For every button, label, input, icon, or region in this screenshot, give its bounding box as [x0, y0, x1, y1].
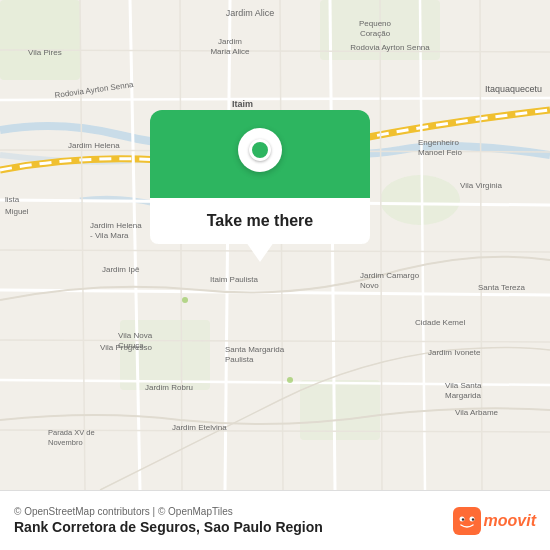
- svg-text:Jardim Robru: Jardim Robru: [145, 383, 193, 392]
- svg-text:Santa Margarida: Santa Margarida: [225, 345, 285, 354]
- svg-text:Paulista: Paulista: [225, 355, 254, 364]
- svg-text:- Vila Mara: - Vila Mara: [90, 231, 129, 240]
- location-pin-icon: [238, 128, 282, 172]
- svg-text:Vila Nova: Vila Nova: [118, 331, 153, 340]
- svg-text:Itaquaquecetu: Itaquaquecetu: [485, 84, 542, 94]
- moovit-brand-text: moovit: [484, 512, 536, 530]
- svg-text:Manoel Feio: Manoel Feio: [418, 148, 463, 157]
- svg-text:lista: lista: [5, 195, 20, 204]
- svg-text:Itaim: Itaim: [232, 99, 253, 109]
- svg-point-62: [182, 297, 188, 303]
- svg-text:Jardim Helena: Jardim Helena: [90, 221, 142, 230]
- svg-text:Vila Santa: Vila Santa: [445, 381, 482, 390]
- svg-text:Margarida: Margarida: [445, 391, 482, 400]
- map-view[interactable]: Jardim Alice Pequeno Coração Rodovia Ayr…: [0, 0, 550, 490]
- svg-rect-1: [0, 0, 80, 80]
- svg-text:Novembro: Novembro: [48, 438, 83, 447]
- svg-point-5: [380, 175, 460, 225]
- svg-text:Engenheiro: Engenheiro: [418, 138, 459, 147]
- svg-text:Vila Arbame: Vila Arbame: [455, 408, 499, 417]
- svg-text:Maria Alice: Maria Alice: [210, 47, 250, 56]
- svg-point-61: [287, 377, 293, 383]
- svg-point-67: [471, 518, 473, 520]
- svg-text:Parada XV de: Parada XV de: [48, 428, 95, 437]
- svg-text:Jardim Alice: Jardim Alice: [226, 8, 275, 18]
- svg-text:Itaim Paulista: Itaim Paulista: [210, 275, 259, 284]
- svg-text:Jardim Camargo: Jardim Camargo: [360, 271, 420, 280]
- svg-text:Novo: Novo: [360, 281, 379, 290]
- svg-text:Jardim Etelvina: Jardim Etelvina: [172, 423, 227, 432]
- svg-text:Jardim Ipê: Jardim Ipê: [102, 265, 140, 274]
- svg-text:Cidade Kemel: Cidade Kemel: [415, 318, 465, 327]
- svg-text:Jardim Ivonete: Jardim Ivonete: [428, 348, 481, 357]
- take-me-there-button[interactable]: Take me there: [150, 198, 370, 244]
- popup-card: Take me there: [150, 110, 370, 244]
- moovit-logo: moovit: [453, 507, 536, 535]
- svg-text:Jardim: Jardim: [218, 37, 242, 46]
- moovit-mascot-icon: [453, 507, 481, 535]
- svg-text:Pequeno: Pequeno: [359, 19, 392, 28]
- svg-point-66: [461, 518, 463, 520]
- bottom-bar: © OpenStreetMap contributors | © OpenMap…: [0, 490, 550, 550]
- svg-text:Jardim Helena: Jardim Helena: [68, 141, 120, 150]
- svg-text:Santa Tereza: Santa Tereza: [478, 283, 526, 292]
- svg-text:Vila Progresso: Vila Progresso: [100, 343, 152, 352]
- svg-text:Vila Virginia: Vila Virginia: [460, 181, 503, 190]
- svg-text:Miguel: Miguel: [5, 207, 29, 216]
- svg-text:Rodovia Ayrton Senna: Rodovia Ayrton Senna: [350, 43, 430, 52]
- svg-text:Coração: Coração: [360, 29, 391, 38]
- svg-text:Vila Pires: Vila Pires: [28, 48, 62, 57]
- svg-rect-63: [453, 507, 481, 535]
